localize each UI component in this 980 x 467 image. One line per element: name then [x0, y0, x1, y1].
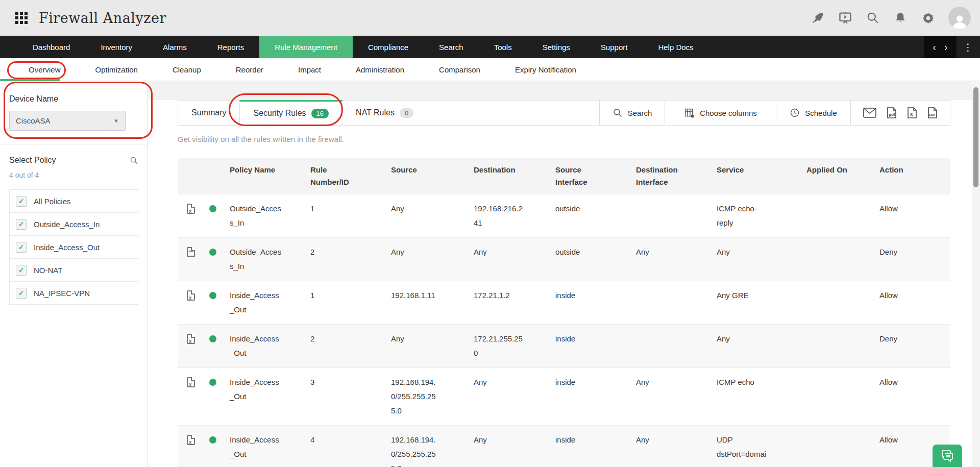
policy-label: NA_IPSEC-VPN	[34, 289, 90, 298]
nav-item[interactable]: Reports	[202, 36, 260, 58]
chevron-right-icon[interactable]: ›	[944, 41, 948, 53]
header-destination-interface: Destination Interface	[630, 158, 710, 194]
nav-item[interactable]: Alarms	[148, 36, 202, 58]
cell-service: Any	[710, 325, 800, 368]
policy-list-item[interactable]: ✓ NA_IPSEC-VPN	[10, 282, 138, 305]
app-title: Firewall Analyzer	[39, 10, 166, 26]
header-policy-name: Policy Name	[224, 158, 304, 194]
tab-summary[interactable]: Summary	[178, 101, 239, 125]
cell-applied-on	[800, 238, 873, 281]
page-scrollbar-thumb[interactable]	[973, 87, 978, 187]
cell-rule-number: 4	[304, 426, 385, 467]
policy-label: Outside_Access_In	[34, 220, 100, 229]
policy-list-item[interactable]: ✓ All Policies	[10, 190, 138, 213]
rule-document-icon[interactable]	[187, 377, 195, 387]
tab-nat-rules[interactable]: NAT Rules 0	[342, 101, 427, 125]
rule-row[interactable]: Inside_Access_Out 4 192.168.194.0/255.25…	[178, 426, 950, 467]
user-avatar[interactable]	[948, 7, 971, 29]
rule-row[interactable]: Inside_Access_Out 1 192.168.1.11 172.21.…	[178, 281, 950, 325]
schedule-button[interactable]: Schedule	[776, 101, 850, 125]
nav-overflow-menu-icon[interactable]: ⋮	[957, 41, 980, 53]
nav-item[interactable]: Help Docs	[643, 36, 708, 58]
device-name-select[interactable]: CiscoASA ▾	[9, 111, 126, 131]
email-report-icon[interactable]	[863, 108, 876, 118]
subnav-item[interactable]: Administration	[338, 58, 422, 81]
cell-destination: Any	[468, 426, 549, 467]
rule-document-icon[interactable]	[187, 290, 195, 301]
subnav-item[interactable]: Expiry Notification	[498, 58, 594, 81]
choose-columns-button[interactable]: Choose columns	[665, 101, 776, 125]
policy-label: NO-NAT	[34, 266, 62, 275]
svg-text:x: x	[910, 111, 913, 117]
nav-item[interactable]: Settings	[527, 36, 585, 58]
search-button[interactable]: Search	[599, 101, 665, 125]
policy-list-item[interactable]: ✓ Inside_Access_Out	[10, 236, 138, 259]
settings-gear-icon[interactable]	[921, 11, 935, 25]
cell-source: Any	[385, 325, 468, 368]
cell-applied-on	[800, 368, 873, 426]
nav-item[interactable]: Dashboard	[17, 36, 85, 58]
rule-status-dot	[209, 436, 216, 444]
subnav-item[interactable]: Impact	[281, 58, 338, 81]
cell-policy-name: Inside_Access_Out	[224, 368, 304, 426]
nav-item[interactable]: Support	[585, 36, 643, 58]
rule-document-icon[interactable]	[187, 435, 195, 445]
subnav-item[interactable]: Comparison	[422, 58, 498, 81]
cell-destination-interface: Any	[630, 368, 710, 426]
policy-checkbox[interactable]: ✓	[16, 219, 27, 230]
clock-icon	[790, 108, 800, 118]
rule-document-icon[interactable]	[187, 204, 195, 214]
rule-row[interactable]: Inside_Access_Out 3 192.168.194.0/255.25…	[178, 368, 950, 426]
notifications-bell-icon[interactable]	[893, 11, 908, 25]
cell-source: Any	[385, 238, 468, 281]
policy-checkbox[interactable]: ✓	[16, 196, 27, 207]
security-rules-count-badge: 16	[311, 109, 329, 118]
policy-checkbox[interactable]: ✓	[16, 265, 27, 276]
cell-destination-interface	[630, 325, 710, 368]
cell-source-interface: inside	[549, 368, 630, 426]
export-pdf-icon[interactable]: pdf	[887, 107, 897, 118]
rule-document-icon[interactable]	[187, 334, 195, 344]
nav-item[interactable]: Tools	[479, 36, 527, 58]
nav-item[interactable]: Inventory	[85, 36, 148, 58]
cell-policy-name: Inside_Access_Out	[224, 325, 304, 368]
search-icon	[612, 108, 623, 118]
subnav-item[interactable]: Overview	[11, 58, 78, 81]
policy-checkbox[interactable]: ✓	[16, 242, 27, 253]
tab-security-rules[interactable]: Security Rules 16	[239, 100, 342, 125]
select-policy-label: Select Policy	[9, 156, 130, 165]
apps-grid-icon[interactable]	[15, 12, 28, 24]
nav-item[interactable]: Rule Management	[259, 36, 353, 58]
export-excel-icon[interactable]: x	[907, 107, 917, 118]
rule-document-icon[interactable]	[187, 247, 195, 257]
nav-item[interactable]: Search	[424, 36, 479, 58]
rule-row[interactable]: Inside_Access_Out 2 Any 172.21.255.250 i…	[178, 325, 950, 368]
cell-source: 192.168.194.0/255.255.255.0	[385, 426, 468, 467]
subnav-item[interactable]: Cleanup	[155, 58, 218, 81]
cell-source-interface: outside	[549, 194, 630, 238]
policy-checkbox[interactable]: ✓	[16, 288, 27, 299]
global-search-icon[interactable]	[866, 11, 880, 25]
page-scrollbar-track[interactable]	[972, 81, 980, 467]
export-csv-icon[interactable]: csv	[927, 107, 938, 118]
policy-search-icon[interactable]	[130, 156, 138, 165]
policy-list-item[interactable]: ✓ Outside_Access_In	[10, 213, 138, 236]
live-chat-button[interactable]	[933, 445, 962, 467]
policy-list-item[interactable]: ✓ NO-NAT	[10, 259, 138, 282]
getting-started-rocket-icon[interactable]	[811, 11, 825, 25]
cell-action: Deny	[873, 238, 950, 281]
demo-presentation-icon[interactable]	[838, 11, 852, 25]
header-service: Service	[710, 158, 800, 194]
chevron-left-icon[interactable]: ‹	[933, 41, 936, 53]
cell-action: Allow	[873, 194, 950, 238]
nav-scroll-arrows[interactable]: ‹ ›	[924, 36, 957, 58]
rule-row[interactable]: Outside_Access_In 2 Any Any outside Any …	[178, 238, 950, 281]
cell-source-interface: inside	[549, 281, 630, 325]
rule-row[interactable]: Outside_Access_In 1 Any 192.168.216.241 …	[178, 194, 950, 238]
subnav-item[interactable]: Reorder	[218, 58, 281, 81]
cell-destination: 172.21.1.2	[468, 281, 549, 325]
nav-item[interactable]: Compliance	[353, 36, 424, 58]
subnav-item[interactable]: Optimization	[78, 58, 155, 81]
cell-destination: Any	[468, 238, 549, 281]
cell-service: ICMP echo	[710, 368, 800, 426]
